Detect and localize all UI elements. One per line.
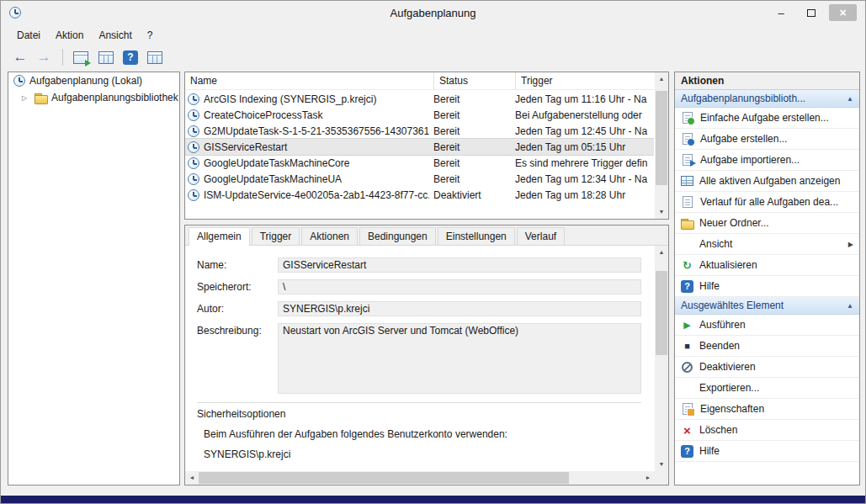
collapse-icon[interactable]: ▲ <box>847 302 853 310</box>
scroll-down-icon[interactable]: ▼ <box>655 458 668 471</box>
scroll-down-icon[interactable]: ▼ <box>655 205 668 219</box>
action-delete[interactable]: × Löschen <box>675 420 859 441</box>
tree-item-library[interactable]: ▷ Aufgabenplanungsbibliothek <box>8 89 179 106</box>
task-row-selected[interactable]: GISServiceRestart Bereit Jeden Tag um 05… <box>185 139 654 155</box>
action-help[interactable]: ? Hilfe <box>675 276 859 297</box>
action-refresh[interactable]: ↻ Aktualisieren <box>675 255 859 276</box>
scrollbar-thumb[interactable] <box>656 271 667 355</box>
task-icon <box>188 189 199 201</box>
column-header-status[interactable]: Status <box>434 72 516 90</box>
tab-bedingungen[interactable]: Bedingungen <box>359 227 436 245</box>
task-trigger: Jeden Tag um 12:34 Uhr - Na <box>511 173 654 185</box>
action-help-selected[interactable]: ? Hilfe <box>675 441 859 462</box>
task-list: Name Status Trigger ArcGIS Indexing (SYN… <box>184 72 669 220</box>
menu-ansicht[interactable]: Ansicht <box>91 27 139 44</box>
tab-trigger[interactable]: Trigger <box>252 227 300 245</box>
action-label: Aktualisieren <box>699 259 757 271</box>
menu-datei[interactable]: Datei <box>9 27 48 44</box>
scroll-up-icon[interactable]: ▲ <box>655 72 668 86</box>
console-tree-toggle-button[interactable] <box>98 50 114 65</box>
scroll-right-icon[interactable]: ► <box>641 471 655 485</box>
task-row[interactable]: CreateChoiceProcessTask Bereit Bei Aufga… <box>185 107 654 123</box>
description-field[interactable]: Neustart von ArcGIS Server und Tomcat (W… <box>278 323 641 394</box>
task-list-header: Name Status Trigger <box>185 72 668 90</box>
tree-item-root[interactable]: Aufgabenplanung (Lokal) <box>8 72 179 89</box>
section-header-library[interactable]: Aufgabenplanungsbiblioth... ▲ <box>675 90 859 108</box>
task-status: Bereit <box>429 109 511 121</box>
name-field[interactable]: GISServiceRestart <box>278 257 641 273</box>
action-label: Aufgabe importieren... <box>700 154 800 166</box>
action-properties[interactable]: Eigenschaften <box>675 399 859 420</box>
section-header-selected-item[interactable]: Ausgewähltes Element ▲ <box>675 297 859 315</box>
action-pane-toggle-button[interactable] <box>146 50 163 65</box>
author-label: Autor: <box>197 301 278 316</box>
task-icon <box>188 125 199 137</box>
tab-aktionen[interactable]: Aktionen <box>301 227 358 245</box>
stop-icon: ■ <box>681 340 693 353</box>
action-run[interactable]: ▶ Ausführen <box>675 315 859 336</box>
export-list-button[interactable] <box>72 50 89 65</box>
library-folder-icon <box>35 93 47 103</box>
task-row[interactable]: GoogleUpdateTaskMachineUA Bereit Jeden T… <box>185 171 654 187</box>
details-horizontal-scrollbar[interactable]: ◄ ► <box>185 471 655 485</box>
task-scheduler-icon <box>13 75 25 87</box>
create-basic-task-icon <box>683 112 693 124</box>
title-bar[interactable]: Aufgabenplanung – × <box>1 1 865 26</box>
task-trigger: Jeden Tag um 11:16 Uhr - Na <box>511 93 654 105</box>
task-name: G2MUpdateTask-S-1-5-21-3535367556-143073… <box>199 125 429 137</box>
column-header-name[interactable]: Name <box>185 72 434 90</box>
action-new-folder[interactable]: Neuer Ordner... <box>675 213 859 234</box>
author-field[interactable]: SYNERGIS\p.krejci <box>278 301 641 316</box>
menu-help[interactable]: ? <box>140 27 161 44</box>
task-name: CreateChoiceProcessTask <box>199 109 429 121</box>
action-history-toggle[interactable]: Verlauf für alle Aufgaben dea... <box>675 192 859 213</box>
app-window: Aufgabenplanung – × Datei Aktion Ansicht… <box>0 0 866 504</box>
action-disable[interactable]: Deaktivieren <box>675 357 859 378</box>
scrollbar-thumb[interactable] <box>656 91 667 185</box>
run-icon: ▶ <box>681 319 693 332</box>
task-scheduler-icon <box>9 7 21 19</box>
menu-aktion[interactable]: Aktion <box>48 27 91 44</box>
action-export[interactable]: Exportieren... <box>675 378 859 399</box>
action-import-task[interactable]: Aufgabe importieren... <box>675 150 859 171</box>
action-pane-icon <box>147 51 162 64</box>
task-row[interactable]: ISM-UpdateService-4e00205a-2ab1-4423-8f7… <box>185 187 654 203</box>
help-button[interactable]: ? <box>123 50 138 65</box>
scroll-left-icon[interactable]: ◄ <box>185 471 199 485</box>
task-row[interactable]: G2MUpdateTask-S-1-5-21-3535367556-143073… <box>185 123 654 139</box>
action-view[interactable]: Ansicht ▶ <box>675 234 859 255</box>
tree-expander-icon[interactable]: ▷ <box>22 94 30 102</box>
column-header-trigger[interactable]: Trigger <box>516 72 668 90</box>
history-icon <box>683 196 693 208</box>
tab-allgemein[interactable]: Allgemein <box>189 227 250 246</box>
description-label: Beschreibung: <box>197 323 278 394</box>
close-button[interactable]: × <box>829 4 857 21</box>
task-row[interactable]: ArcGIS Indexing (SYNERGIS_p.krejci) Bere… <box>185 91 654 107</box>
minimize-button[interactable]: – <box>768 4 794 21</box>
help-icon: ? <box>681 280 693 293</box>
spacer <box>681 238 693 251</box>
details-vertical-scrollbar[interactable]: ▲ ▼ <box>655 246 668 471</box>
menu-bar: Datei Aktion Ansicht ? <box>1 26 865 45</box>
tab-einstellungen[interactable]: Einstellungen <box>438 227 515 245</box>
window-border-bottom <box>1 496 865 503</box>
task-trigger: Jeden Tag um 12:45 Uhr - Na <box>511 125 654 137</box>
task-row[interactable]: GoogleUpdateTaskMachineCore Bereit Es si… <box>185 155 654 171</box>
action-display-running-tasks[interactable]: Alle aktiven Aufgaben anzeigen <box>675 171 859 192</box>
location-field[interactable]: \ <box>278 279 641 294</box>
maximize-button[interactable] <box>799 4 824 21</box>
action-end[interactable]: ■ Beenden <box>675 336 859 357</box>
back-button[interactable]: ← <box>11 49 29 66</box>
action-create-basic-task[interactable]: Einfache Aufgabe erstellen... <box>675 108 859 129</box>
forward-button[interactable]: → <box>35 49 53 66</box>
action-label: Aufgabe erstellen... <box>700 133 787 145</box>
window-controls: – × <box>768 4 857 21</box>
maximize-icon <box>807 9 816 17</box>
task-name: GISServiceRestart <box>199 141 429 153</box>
task-list-scrollbar[interactable]: ▲ ▼ <box>655 72 668 219</box>
scroll-up-icon[interactable]: ▲ <box>655 246 668 259</box>
tab-verlauf[interactable]: Verlauf <box>517 227 565 245</box>
action-create-task[interactable]: Aufgabe erstellen... <box>675 129 859 150</box>
collapse-icon[interactable]: ▲ <box>847 95 853 103</box>
scrollbar-thumb[interactable] <box>199 472 569 484</box>
